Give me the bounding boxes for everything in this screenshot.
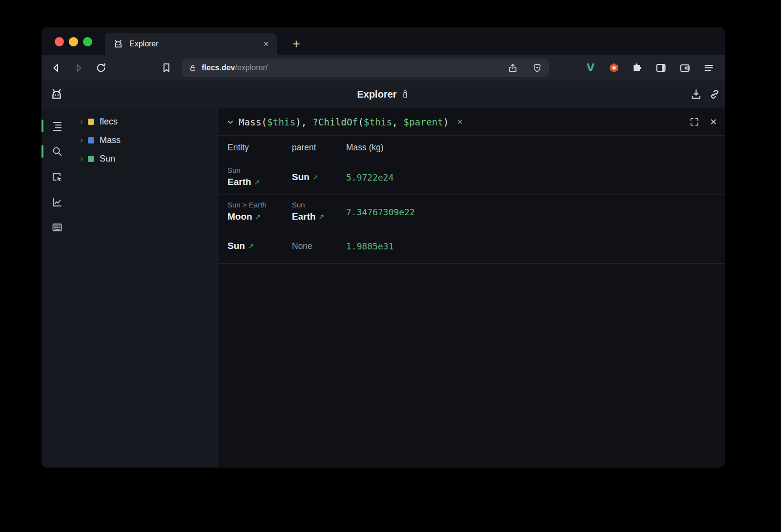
column-header-entity: Entity xyxy=(227,143,292,153)
mass-cell: 5.9722e24 xyxy=(346,165,725,189)
entity-path: Sun xyxy=(227,165,292,175)
mass-cell: 1.9885e31 xyxy=(346,235,725,258)
query-segment: $this xyxy=(364,117,392,127)
entity-path: Sun > Earth xyxy=(227,200,292,209)
hexagon-extension-icon[interactable] xyxy=(608,61,620,74)
new-tab-button[interactable]: + xyxy=(288,33,305,55)
query-clear-icon[interactable]: ✕ xyxy=(457,118,463,126)
header-actions xyxy=(690,88,721,101)
parent-cell: None xyxy=(292,235,346,258)
query-segment: , xyxy=(392,117,403,127)
chevron-down-icon[interactable] xyxy=(226,117,235,127)
expand-query-button[interactable] xyxy=(689,117,699,127)
url-text: flecs.dev/explorer/ xyxy=(202,63,267,72)
tree-item-label: flecs xyxy=(100,117,118,127)
download-icon[interactable] xyxy=(690,88,702,101)
reload-button[interactable] xyxy=(95,62,107,74)
remote-connection-icon[interactable] xyxy=(401,89,410,100)
sidebar-item-tree[interactable] xyxy=(41,113,72,139)
query-segment: ( xyxy=(358,117,364,127)
query-segment: $this xyxy=(267,117,295,127)
external-link-arrow-icon: ↗ xyxy=(248,242,254,250)
column-header-parent: parent xyxy=(292,143,346,153)
query-panel: Mass($this), ?ChildOf($this, $parent) ✕ … xyxy=(217,108,725,468)
minimize-window-button[interactable] xyxy=(69,37,78,46)
external-link-arrow-icon: ↗ xyxy=(312,173,318,181)
entity-color-swatch xyxy=(88,119,94,125)
entity-color-swatch xyxy=(88,137,94,143)
stats-chart-icon xyxy=(51,196,63,208)
tree-item-label: Mass xyxy=(100,135,121,145)
window-controls xyxy=(55,37,92,46)
tab-close-icon[interactable]: ✕ xyxy=(263,40,269,48)
table-row: SunEarth↗Sun↗5.9722e24 xyxy=(218,160,725,194)
flecs-favicon-icon xyxy=(113,39,123,49)
chevron-right-icon: › xyxy=(78,135,85,145)
brave-shields-icon[interactable] xyxy=(532,63,542,73)
sidebar-toggle-icon[interactable] xyxy=(655,61,667,74)
browser-tab[interactable]: Explorer ✕ xyxy=(105,33,277,55)
external-link-arrow-icon: ↗ xyxy=(254,178,260,186)
sidebar-item-stats[interactable] xyxy=(41,189,72,215)
query-text[interactable]: Mass($this), ?ChildOf($this, $parent) xyxy=(239,117,449,127)
active-indicator xyxy=(41,120,43,132)
table-body: SunEarth↗Sun↗5.9722e24Sun > EarthMoon↗Su… xyxy=(218,160,725,264)
entity-link[interactable]: Sun xyxy=(227,241,245,251)
wallet-icon[interactable] xyxy=(678,61,691,74)
query-segment: ) xyxy=(443,117,449,127)
external-link-arrow-icon: ↗ xyxy=(319,213,325,221)
search-icon xyxy=(51,145,63,157)
address-bar[interactable]: flecs.dev/explorer/ xyxy=(182,59,549,77)
close-window-button[interactable] xyxy=(55,37,64,46)
browser-window: Explorer ✕ + flecs.dev/explorer/ xyxy=(41,27,725,468)
app-body: ›flecs›Mass›Sun Mass($this), ?ChildOf($t… xyxy=(41,108,725,468)
mass-cell: 7.34767309e22 xyxy=(346,200,725,224)
flecs-logo-icon[interactable] xyxy=(50,87,63,101)
forward-button[interactable] xyxy=(73,62,84,74)
mass-value: 5.9722e24 xyxy=(346,172,725,183)
none-label: None xyxy=(292,241,312,251)
external-link-arrow-icon: ↗ xyxy=(255,213,261,221)
link-icon[interactable] xyxy=(708,88,721,101)
extensions-puzzle-icon[interactable] xyxy=(631,61,644,74)
inspect-icon xyxy=(51,171,63,183)
lock-icon[interactable] xyxy=(189,64,197,72)
bookmark-icon[interactable] xyxy=(161,62,172,74)
tree-item-flecs[interactable]: ›flecs xyxy=(72,112,217,131)
entity-link[interactable]: Sun xyxy=(292,172,309,182)
sidebar-item-search[interactable] xyxy=(41,139,72,164)
tab-strip: Explorer ✕ + xyxy=(41,27,725,55)
chevron-right-icon: › xyxy=(78,117,85,126)
entity-path: Sun xyxy=(292,200,346,209)
vue-devtools-extension-icon[interactable]: V xyxy=(584,61,597,74)
back-button[interactable] xyxy=(50,62,62,74)
entity-cell: Sun↗ xyxy=(227,235,292,258)
chevron-right-icon: › xyxy=(78,154,85,164)
mass-value: 7.34767309e22 xyxy=(346,207,725,217)
sidebar-item-commands[interactable] xyxy=(41,215,72,240)
app-header: Explorer xyxy=(41,81,725,108)
url-path: /explorer/ xyxy=(235,63,267,72)
sidebar-item-inspect[interactable] xyxy=(41,164,72,189)
browser-menu-icon[interactable] xyxy=(702,61,715,74)
table-row: Sun↗None1.9885e31 xyxy=(218,229,725,263)
query-segment: ?ChildOf xyxy=(312,117,358,127)
query-segment: ), xyxy=(295,117,312,127)
entity-cell: SunEarth↗ xyxy=(227,165,292,189)
page-title: Explorer xyxy=(357,81,409,108)
zoom-window-button[interactable] xyxy=(83,37,92,46)
entity-link[interactable]: Earth xyxy=(227,177,251,187)
tree-item-mass[interactable]: ›Mass xyxy=(72,131,217,149)
entity-tree-panel: ›flecs›Mass›Sun xyxy=(72,108,217,468)
query-header: Mass($this), ?ChildOf($this, $parent) ✕ … xyxy=(218,108,725,136)
tree-view-icon xyxy=(51,120,63,132)
query-segment: $parent xyxy=(404,117,443,127)
tree-item-sun[interactable]: ›Sun xyxy=(72,149,217,168)
share-icon[interactable] xyxy=(508,63,518,73)
entity-link[interactable]: Earth xyxy=(292,211,316,222)
tree-item-label: Sun xyxy=(100,154,115,164)
entity-link[interactable]: Moon xyxy=(227,211,252,222)
tree-list: ›flecs›Mass›Sun xyxy=(72,112,217,168)
close-query-button[interactable]: ✕ xyxy=(710,117,717,127)
mass-value: 1.9885e31 xyxy=(346,241,725,251)
